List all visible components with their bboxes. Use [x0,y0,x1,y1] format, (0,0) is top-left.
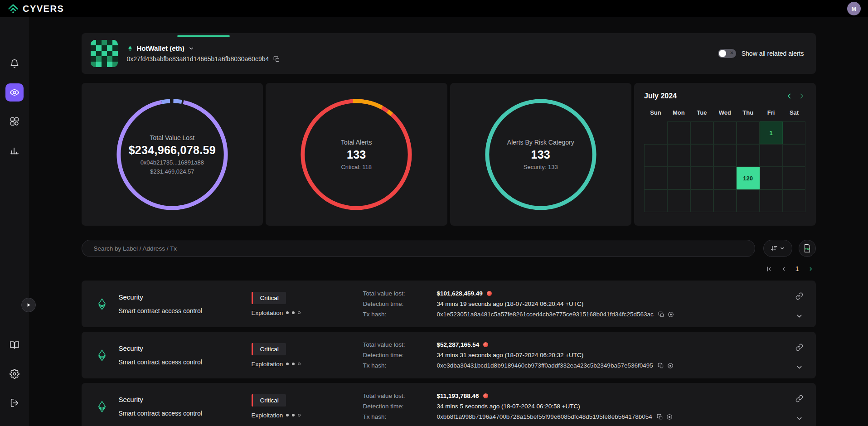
sort-button[interactable] [763,240,792,257]
alert-category: Security [119,344,202,352]
detection-time: 34 mins 19 seconds ago (18-07-2024 06:20… [437,300,584,308]
explorer-icon[interactable] [667,363,674,369]
calendar-prev-icon[interactable] [785,92,793,100]
calendar-month-label: July 2024 [644,92,677,100]
cyvers-logo-icon [7,3,19,15]
calendar-cell-jul5[interactable]: 1 [760,121,783,144]
calendar-cell[interactable] [737,121,760,144]
phase-dot-filled [292,311,295,314]
calendar-cell[interactable] [644,144,667,167]
current-page[interactable]: 1 [795,265,799,272]
calendar-cell[interactable] [690,144,713,167]
alert-row[interactable]: Security Smart contract access control C… [82,281,816,327]
sidebar-item-settings[interactable] [5,365,24,383]
explorer-icon[interactable] [666,414,673,420]
link-icon[interactable] [795,395,803,402]
calendar-cell[interactable] [713,167,737,189]
tx-hash: 0xe3dba30431bcd1d8b9189460cb973ff0addf33… [437,362,653,369]
calendar-cell[interactable] [713,144,737,167]
expand-chevron-icon[interactable] [795,415,803,422]
expand-chevron-icon[interactable] [795,363,803,371]
calendar-cell[interactable] [783,167,806,189]
sort-icon [770,245,778,252]
calendar-cell[interactable] [644,167,667,189]
copy-icon[interactable] [273,56,280,63]
tour-play-button[interactable] [21,298,36,312]
field-label: Tx hash: [363,413,437,421]
day-header: Wed [713,109,737,116]
copy-icon[interactable] [658,311,664,318]
calendar-cell-jul18[interactable]: 120 [737,167,760,189]
toggle-knob [719,50,726,57]
packages-icon [10,116,19,126]
loss-severity-icon [487,291,492,296]
show-related-alerts-toggle[interactable]: ✕ [718,49,736,58]
sidebar-item-portfolio[interactable] [5,112,24,131]
sidebar-item-monitor[interactable] [5,83,24,102]
calendar-cell[interactable] [760,167,783,189]
calendar-next-icon[interactable] [798,92,806,100]
copy-icon[interactable] [658,363,664,369]
expand-chevron-icon[interactable] [795,312,803,320]
sidebar-item-alerts[interactable] [5,54,24,73]
first-page-icon[interactable] [766,266,772,272]
calendar-cell[interactable] [713,189,737,212]
calendar-card: July 2024 Sun Mon Tue Wed Th [634,83,816,226]
export-csv-button[interactable]: CSV [799,240,816,257]
sidebar-item-analytics[interactable] [5,141,24,160]
loss-severity-icon [483,342,488,347]
calendar-cell[interactable] [690,189,713,212]
link-icon[interactable] [795,344,803,351]
sidebar-item-logout[interactable] [5,394,24,412]
calendar-cell[interactable] [783,189,806,212]
explorer-icon[interactable] [668,311,674,318]
prev-page-icon[interactable] [781,266,787,272]
detection-time: 34 mins 31 seconds ago (18-07-2024 06:20… [437,351,584,359]
user-avatar[interactable]: M [847,2,861,15]
calendar-cell[interactable] [690,121,713,144]
next-page-icon[interactable] [807,266,814,272]
logout-icon [10,398,19,408]
active-tab-indicator [177,35,230,37]
phase-dot-filled [286,414,289,416]
calendar-cell[interactable] [667,144,690,167]
calendar-cell[interactable] [690,167,713,189]
calendar-cell[interactable] [783,121,806,144]
copy-icon[interactable] [657,414,663,420]
stat-value: 133 [531,148,550,161]
calendar-cell[interactable] [713,121,737,144]
phase-dot-filled [292,363,295,365]
pagination: 1 [82,264,816,273]
bell-icon [10,58,19,68]
phase-dot-filled [286,311,289,314]
calendar-cell[interactable] [760,144,783,167]
play-icon [25,301,32,309]
sidebar-bottom-group [5,336,24,426]
ethereum-icon [96,298,108,310]
calendar-cell[interactable] [760,189,783,212]
brand[interactable]: CYVERS [7,3,64,15]
field-label: Detection time: [363,402,437,410]
brand-name: CYVERS [23,4,64,14]
alert-row[interactable]: Security Smart contract access control C… [82,332,816,378]
stat-top-loss-address: 0x04b21735...16891a88 [141,159,204,166]
link-icon[interactable] [795,292,803,300]
search-section: CSV [82,240,816,257]
calendar-cell[interactable] [737,144,760,167]
stat-breakdown: Security: 133 [524,164,558,170]
calendar-cell[interactable] [667,189,690,212]
calendar-cell[interactable] [667,121,690,144]
calendar-cell[interactable] [737,189,760,212]
tx-hash: 0x1e523051a8a481c5a57fe8261cced4cb3e775c… [437,310,654,318]
alert-row[interactable]: Security Smart contract access control C… [82,383,816,426]
calendar-cell[interactable] [783,144,806,167]
stat-top-loss-amount: $231,469,024.57 [150,168,194,175]
phase-dot-hollow [298,414,301,416]
stat-title: Alerts By Risk Category [507,139,574,146]
calendar-cell[interactable] [644,189,667,212]
wallet-selector[interactable]: HotWallet (eth) [127,44,281,52]
sidebar-item-docs[interactable] [5,336,24,354]
search-input[interactable] [82,240,755,257]
calendar-cell[interactable] [667,167,690,189]
alert-phase: Exploitation [252,310,283,316]
